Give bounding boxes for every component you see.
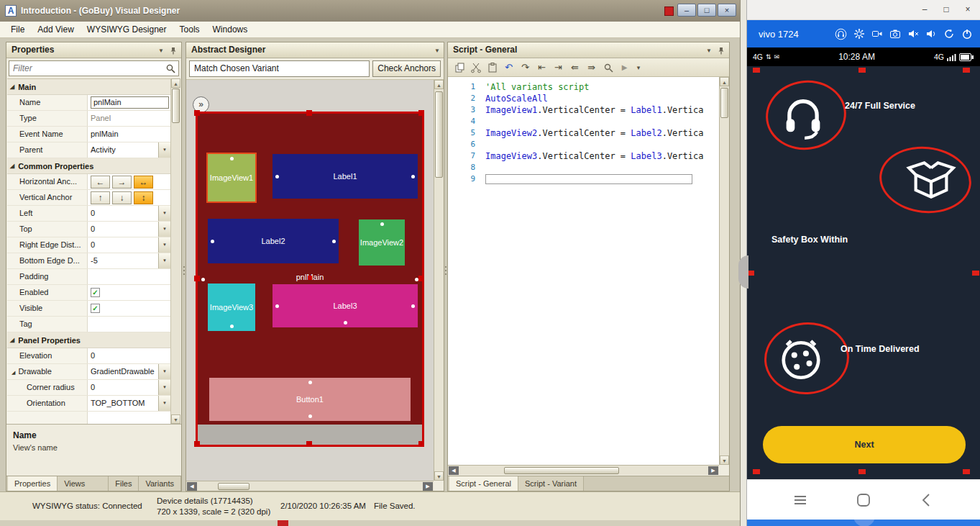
refresh-icon[interactable] <box>943 28 955 40</box>
property-value[interactable] <box>88 317 170 332</box>
dropdown-button[interactable]: ▼ <box>158 253 170 268</box>
edit-box[interactable] <box>485 174 692 184</box>
designer-canvas[interactable]: » pnlMain ImageView1Label1Label2ImageVie… <box>186 80 434 481</box>
checkbox[interactable]: ✓ <box>91 288 100 297</box>
scroll-left-icon[interactable]: ◀ <box>187 482 197 491</box>
minimize-button[interactable]: – <box>914 2 935 18</box>
cut-icon[interactable] <box>468 60 483 75</box>
code-line[interactable]: 5ImageView2.VerticalCenter = Label2.Vert… <box>448 127 719 139</box>
anchor-button-0[interactable]: ↑ <box>91 191 110 204</box>
pin-icon[interactable] <box>717 46 725 55</box>
chevron-down-icon[interactable]: ▼ <box>434 43 440 58</box>
code-line[interactable]: 9 <box>448 173 719 185</box>
property-value[interactable] <box>88 412 170 424</box>
scroll-down-icon[interactable]: ▼ <box>171 414 180 424</box>
maximize-button[interactable]: □ <box>935 2 957 18</box>
tab-files[interactable]: Files <box>109 476 139 491</box>
script-hscrollbar[interactable]: ◀ ▶ <box>448 465 719 475</box>
property-value[interactable]: pnlMain <box>88 95 170 110</box>
back-icon[interactable] <box>919 492 935 508</box>
view-imageview2[interactable]: ImageView2 <box>359 219 405 266</box>
anchor-button-2[interactable]: ↔ <box>134 176 153 189</box>
selection-handle[interactable] <box>306 110 312 116</box>
anchor-button-0[interactable]: ← <box>91 176 110 189</box>
checkbox[interactable]: ✓ <box>91 304 100 313</box>
minimize-button[interactable]: – <box>677 4 696 17</box>
property-section-main[interactable]: ◢Main <box>7 79 170 95</box>
designer-vscrollbar[interactable]: ▲ ▼ <box>434 80 444 481</box>
code-line[interactable]: 3ImageView1.VerticalCenter = Label1.Vert… <box>448 104 719 116</box>
code-line[interactable]: 4 <box>448 116 719 127</box>
dropdown-button[interactable]: ▼ <box>158 237 170 253</box>
property-value[interactable]: ←→↔ <box>88 174 170 189</box>
home-icon[interactable] <box>856 492 871 508</box>
tab-views-tree[interactable]: Views Tree <box>58 476 109 491</box>
tab-script-general[interactable]: Script - General <box>449 476 518 491</box>
selection-handle[interactable] <box>418 441 424 447</box>
code-editor[interactable]: 1'All variants script2AutoScaleAll3Image… <box>448 77 719 465</box>
scrollbar-thumb[interactable] <box>218 483 249 490</box>
paste-icon[interactable] <box>485 60 500 75</box>
scroll-right-icon[interactable]: ▶ <box>708 466 718 475</box>
videocam-icon[interactable] <box>871 28 883 40</box>
selection-handle[interactable] <box>194 110 200 116</box>
anchor-button-1[interactable]: ↓ <box>112 191 132 204</box>
floating-button[interactable] <box>853 520 875 526</box>
selection-handle[interactable] <box>418 276 424 281</box>
value-editor[interactable]: pnlMain <box>91 96 169 109</box>
view-button1[interactable]: Button1 <box>209 378 411 421</box>
tab-script-variant[interactable]: Script - Variant <box>518 476 584 491</box>
undo-icon[interactable]: ↶ <box>501 60 516 75</box>
uncomment-icon[interactable]: ⇛ <box>584 60 599 75</box>
dropdown-button[interactable]: ▼ <box>158 364 170 379</box>
property-value[interactable]: Panel <box>88 111 170 126</box>
property-section-common-properties[interactable]: ◢Common Properties <box>7 158 170 174</box>
speaker-icon[interactable] <box>925 28 937 40</box>
selection-handle[interactable] <box>418 110 424 116</box>
chevron-down-icon[interactable]: ▼ <box>158 43 164 58</box>
property-value[interactable]: 0▼ <box>88 206 170 221</box>
property-value[interactable]: ✓ <box>88 285 170 300</box>
properties-scrollbar[interactable]: ▲ ▼ <box>170 78 180 424</box>
sidebar-handle[interactable] <box>738 255 748 289</box>
code-line[interactable]: 8 <box>448 162 719 173</box>
tab-properties[interactable]: Properties <box>8 476 58 491</box>
code-line[interactable]: 2AutoScaleAll <box>448 93 719 104</box>
menu-item-add-view[interactable]: Add View <box>31 22 80 37</box>
view-imageview1[interactable]: ImageView1 <box>208 154 255 201</box>
property-value[interactable]: ✓ <box>88 301 170 316</box>
scrollbar-thumb[interactable] <box>435 91 443 178</box>
scroll-down-icon[interactable]: ▼ <box>720 455 729 465</box>
power-icon[interactable] <box>961 28 973 40</box>
copy-icon[interactable] <box>452 60 467 75</box>
dropdown-button[interactable]: ▼ <box>158 206 170 221</box>
scroll-up-icon[interactable]: ▲ <box>434 80 444 89</box>
tab-variants[interactable]: Variants <box>139 476 181 491</box>
chevron-down-icon[interactable]: ▼ <box>706 43 712 58</box>
anchor-button-1[interactable]: → <box>112 176 132 189</box>
view-label3[interactable]: Label3 <box>273 284 418 327</box>
headset-icon[interactable] <box>835 28 847 40</box>
script-vscrollbar[interactable]: ▲ ▼ <box>719 77 729 465</box>
selection-handle[interactable] <box>194 441 200 447</box>
dropdown-button[interactable]: ▼ <box>158 222 170 237</box>
scroll-right-icon[interactable]: ▶ <box>423 482 433 491</box>
property-section-panel-properties[interactable]: ◢Panel Properties <box>7 332 170 348</box>
property-value[interactable]: GradientDrawable▼ <box>88 364 170 379</box>
dropdown-button[interactable]: ▼ <box>158 396 170 411</box>
run-icon[interactable]: ▶ <box>617 60 632 75</box>
code-line[interactable]: 7ImageView3.VerticalCenter = Label3.Vert… <box>448 150 719 162</box>
close-button[interactable]: × <box>718 4 736 17</box>
property-value[interactable]: TOP_BOTTOM▼ <box>88 396 170 411</box>
code-line[interactable]: 1'All variants script <box>448 81 719 93</box>
code-line[interactable]: 6 <box>448 139 719 150</box>
gear-icon[interactable] <box>853 28 865 40</box>
view-label1[interactable]: Label1 <box>273 154 418 199</box>
comment-icon[interactable]: ⇚ <box>567 60 582 75</box>
menu-item-file[interactable]: File <box>4 22 31 37</box>
scrollbar-thumb[interactable] <box>504 467 619 474</box>
scrollbar-thumb[interactable] <box>172 89 180 123</box>
scroll-down-icon[interactable]: ▼ <box>434 471 444 481</box>
maximize-button[interactable]: □ <box>697 4 716 17</box>
menu-icon[interactable] <box>792 494 808 507</box>
